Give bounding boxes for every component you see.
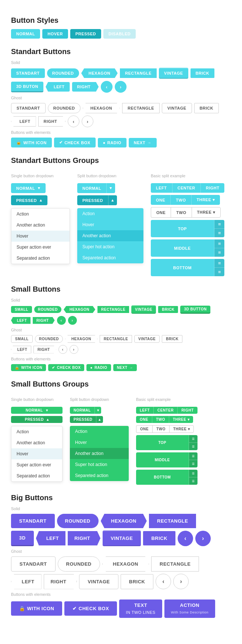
- small-ghost-two[interactable]: TWO: [152, 425, 169, 433]
- bottom-icon-btn1[interactable]: ≡: [214, 259, 225, 268]
- big-btn-rounded[interactable]: ROUNDED: [57, 514, 99, 528]
- small-btn-left[interactable]: LEFT: [11, 317, 31, 324]
- small-ghost-vintage[interactable]: VINTAGE: [134, 335, 160, 343]
- small-one-btn[interactable]: ONE: [136, 416, 152, 423]
- small-middle-icon1[interactable]: ≡: [189, 452, 197, 460]
- btn-checkbox[interactable]: ✔ CHECK BOX: [54, 138, 96, 147]
- small-bottom-btn[interactable]: BOTTOM: [136, 470, 189, 485]
- btn-radio[interactable]: ● RADIO: [98, 138, 127, 147]
- big-ghost-chevron-left[interactable]: ‹: [156, 574, 171, 589]
- menu-item-separated[interactable]: Separated action: [11, 253, 70, 264]
- small-basic-left[interactable]: LEFT: [136, 407, 154, 414]
- split-menu-another[interactable]: Another action: [77, 230, 143, 241]
- big-btn-chevron-right[interactable]: ›: [195, 531, 211, 546]
- small-btn-3d[interactable]: 3D BUTTON: [180, 306, 210, 314]
- middle-btn[interactable]: MIDDLE: [151, 239, 214, 257]
- small-split-separated[interactable]: Separeted action: [70, 470, 129, 481]
- big-btn-left[interactable]: LEFT: [36, 531, 66, 545]
- btn-right[interactable]: RIGHT: [72, 82, 99, 92]
- big-btn-right[interactable]: RIGHT: [68, 531, 100, 545]
- middle-icon-btn1[interactable]: ≡: [214, 239, 225, 248]
- big-ghost-vintage[interactable]: VINTAGE: [79, 574, 118, 589]
- menu-item-another[interactable]: Another action: [11, 220, 70, 231]
- btn-3d[interactable]: 3D BUTON: [11, 82, 43, 92]
- small-ghost-rectangle[interactable]: RECTANGLE: [100, 335, 132, 343]
- big-ghost-hexagon[interactable]: HEXAGON: [102, 556, 149, 572]
- split-menu-action[interactable]: Action: [77, 208, 143, 219]
- small-menu-hover[interactable]: Hover: [11, 448, 62, 459]
- small-btn-hexagon[interactable]: HEXAGON: [64, 306, 95, 313]
- btn-with-icon[interactable]: 🔒 WITH ICON: [11, 138, 52, 147]
- big-ghost-standart[interactable]: STANDART: [11, 556, 56, 572]
- big-btn-two-lines[interactable]: TEXT IN TWO LINES: [119, 599, 162, 618]
- btn-vintage[interactable]: VINTAGE: [159, 68, 188, 79]
- top-icon-btn2[interactable]: ≡: [214, 229, 225, 237]
- small-btn-chevron-right[interactable]: ›: [68, 316, 77, 325]
- ghost-one-btn[interactable]: ONE: [151, 207, 171, 218]
- split-pressed-caret[interactable]: ▴: [108, 195, 117, 205]
- small-ghost-brick[interactable]: BRICK: [162, 335, 182, 343]
- split-menu-hover[interactable]: Hover: [77, 219, 143, 230]
- small-ghost-left[interactable]: LEFT: [11, 346, 31, 353]
- btn-rectangle[interactable]: RECTANGLE: [120, 68, 157, 78]
- big-btn-standart[interactable]: STANDART: [11, 514, 55, 528]
- small-btn-standard[interactable]: SMALL: [11, 306, 32, 313]
- bottom-icon-btn2[interactable]: ≡: [214, 268, 225, 276]
- small-top-icon1[interactable]: ≡: [189, 435, 197, 443]
- basic-one-btn[interactable]: ONE: [151, 195, 171, 205]
- basic-center-btn[interactable]: CENTER: [172, 183, 201, 193]
- pressed-btn[interactable]: PRESSED ▴: [11, 195, 47, 205]
- small-btn-with-icon[interactable]: 🔒 WITH ICON: [11, 364, 46, 371]
- ghost-two-btn[interactable]: TWO: [171, 207, 191, 218]
- big-ghost-rounded[interactable]: ROUNDED: [58, 556, 100, 572]
- small-split-pressed-main[interactable]: PRESSED: [70, 416, 96, 423]
- small-split-action[interactable]: Action: [70, 426, 129, 437]
- small-btn-vintage[interactable]: VINTAGE: [131, 305, 156, 314]
- big-ghost-right[interactable]: RIGHT: [44, 574, 77, 589]
- small-ghost-rounded[interactable]: ROUNDED: [35, 335, 63, 343]
- menu-item-super[interactable]: Super action ever: [11, 242, 70, 253]
- state-pressed-button[interactable]: PRESSED: [70, 29, 101, 39]
- big-btn-chevron-left[interactable]: ‹: [178, 531, 193, 546]
- ghost-btn-left[interactable]: LEFT: [11, 116, 36, 127]
- ghost-btn-chevron-left[interactable]: ‹: [68, 115, 79, 127]
- btn-rounded[interactable]: ROUNDED: [47, 68, 79, 78]
- top-icon-btn1[interactable]: ≡: [214, 220, 225, 229]
- normal-btn[interactable]: NORMAL ▾: [11, 183, 46, 193]
- big-ghost-brick[interactable]: BRICK: [121, 574, 154, 589]
- small-split-another[interactable]: Another action: [70, 448, 129, 459]
- state-hover-button[interactable]: HOVER: [42, 29, 68, 39]
- split-normal-main[interactable]: NORMAL: [77, 183, 106, 193]
- small-ghost-chevron-right[interactable]: ›: [70, 345, 78, 354]
- small-ghost-chevron-left[interactable]: ‹: [58, 345, 67, 354]
- big-btn-action-desc[interactable]: ACTION With Some Description: [164, 599, 215, 618]
- small-three-btn[interactable]: THREE ▾: [169, 416, 193, 423]
- small-split-super[interactable]: Super hot action: [70, 459, 129, 470]
- big-btn-with-icon[interactable]: 🔒 WITH ICON: [11, 601, 62, 616]
- top-btn[interactable]: TOP: [151, 220, 214, 237]
- middle-icon-btn2[interactable]: ≡: [214, 248, 225, 257]
- basic-left-btn[interactable]: LEFT: [151, 183, 172, 193]
- small-pressed-btn[interactable]: PRESSED ▴: [11, 416, 63, 423]
- big-btn-brick[interactable]: BRICK: [143, 531, 175, 545]
- small-menu-super[interactable]: Super action ever: [11, 459, 62, 470]
- small-btn-brick[interactable]: BRICK: [158, 306, 178, 313]
- small-btn-checkbox[interactable]: ✔ CHECK BOX: [48, 364, 84, 371]
- ghost-btn-standart[interactable]: STANDART: [11, 103, 46, 113]
- big-btn-rectangle[interactable]: RECTANGLE: [149, 514, 196, 528]
- ghost-btn-rectangle[interactable]: RECTANGLE: [122, 103, 160, 113]
- btn-left[interactable]: LEFT: [46, 82, 70, 92]
- small-btn-radio[interactable]: ● RADIO: [86, 364, 111, 371]
- small-split-normal-caret[interactable]: ▾: [95, 407, 102, 414]
- small-btn-rounded[interactable]: ROUNDED: [34, 306, 61, 313]
- small-split-hover[interactable]: Hover: [70, 437, 129, 448]
- btn-next[interactable]: NEXT →: [129, 138, 157, 147]
- menu-item-action[interactable]: Action: [11, 209, 70, 220]
- small-btn-next[interactable]: NEXT →: [113, 364, 137, 371]
- btn-brick[interactable]: BRICK: [191, 68, 214, 78]
- split-menu-super[interactable]: Super hot action: [77, 241, 143, 252]
- small-menu-separated[interactable]: Separated action: [11, 470, 62, 481]
- small-ghost-three[interactable]: THREE ▾: [169, 425, 194, 433]
- small-ghost-hexagon[interactable]: HEXAGON: [65, 335, 97, 343]
- big-ghost-rectangle[interactable]: RECTANGLE: [151, 556, 199, 572]
